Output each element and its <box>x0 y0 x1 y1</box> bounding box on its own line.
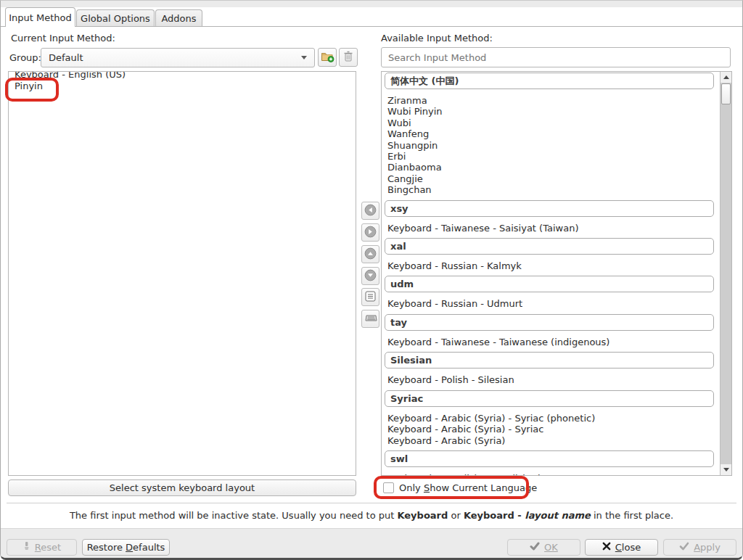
input-method-row[interactable]: Cangjie <box>385 173 715 184</box>
check-icon <box>530 542 540 553</box>
configure-input-method-button[interactable] <box>361 288 379 306</box>
input-method-row[interactable]: Keyboard - Swedish - Swedish Sign Langua… <box>385 473 715 476</box>
tab-label: Addons <box>161 13 196 24</box>
select-system-keyboard-layout-button[interactable]: Select system keyboard layout <box>8 479 356 496</box>
ok-button[interactable]: OK <box>507 539 580 556</box>
up-arrow-circle-icon <box>364 247 377 262</box>
input-method-row[interactable]: Keyboard - Russian - Udmurt <box>385 298 715 309</box>
trash-icon <box>343 51 353 65</box>
list-item[interactable]: Keyboard - English (US) <box>12 71 353 81</box>
input-method-row[interactable]: Wubi Pinyin <box>385 106 715 117</box>
input-method-row[interactable]: Dianbaoma <box>385 162 715 173</box>
input-method-row[interactable]: Keyboard - Arabic (Syria) - Syriac <box>385 424 715 435</box>
x-icon <box>602 542 611 553</box>
scrollbar-down-button[interactable] <box>721 464 731 475</box>
current-input-method-list[interactable]: Keyboard - English (US) Pinyin <box>8 71 356 476</box>
scrollbar-up-button[interactable] <box>721 72 731 83</box>
tab-addons[interactable]: Addons <box>155 9 202 27</box>
folder-plus-icon <box>321 51 334 65</box>
tab-label: Input Method <box>9 12 72 23</box>
down-arrow-circle-icon <box>364 269 377 284</box>
language-group-row[interactable]: 简体中文 (中国) <box>385 73 714 89</box>
group-combobox-value: Default <box>49 52 83 63</box>
available-input-method-list[interactable]: 简体中文 (中国) Ziranma Wubi Pinyin Wubi Wanfe… <box>381 71 732 476</box>
tab-input-method[interactable]: Input Method <box>5 7 75 27</box>
delete-group-button[interactable] <box>339 48 358 67</box>
available-input-method-label: Available Input Method: <box>381 33 493 44</box>
reset-button[interactable]: Reset <box>7 539 77 556</box>
button-label: Restore Defaults <box>87 542 165 553</box>
tab-global-options[interactable]: Global Options <box>76 9 155 27</box>
current-input-method-label: Current Input Method: <box>11 33 115 44</box>
right-arrow-circle-icon <box>364 226 377 240</box>
input-method-row[interactable]: Shuangpin <box>385 140 715 151</box>
input-method-row[interactable]: Keyboard - Polish - Silesian <box>385 374 715 385</box>
input-method-row[interactable]: Wanfeng <box>385 128 715 139</box>
group-label: Group: <box>9 52 41 63</box>
input-method-row[interactable]: Keyboard - Russian - Kalmyk <box>385 260 715 271</box>
add-input-method-button[interactable] <box>361 202 379 220</box>
button-label: Close <box>615 542 641 553</box>
search-input[interactable] <box>381 47 731 67</box>
language-group-row[interactable]: Silesian <box>385 352 714 368</box>
close-button[interactable]: Close <box>585 539 658 556</box>
input-method-row[interactable]: Keyboard - Arabic (Syria) - Syriac (phon… <box>385 413 715 424</box>
scrollbar-track[interactable] <box>720 72 731 475</box>
brush-icon <box>22 541 30 553</box>
up-arrow-icon <box>723 75 729 79</box>
keyboard-icon <box>364 313 377 326</box>
language-group-row[interactable]: udm <box>385 276 714 292</box>
window-top-strip <box>1 1 742 7</box>
button-label: OK <box>544 542 558 553</box>
chevron-down-icon <box>301 56 307 59</box>
down-arrow-icon <box>723 468 729 472</box>
input-method-row[interactable]: Keyboard - Taiwanese - Taiwanese (indige… <box>385 337 715 347</box>
input-method-row[interactable]: Ziranma <box>385 95 715 106</box>
scrollbar-thumb[interactable] <box>721 83 731 104</box>
left-arrow-circle-icon <box>364 204 377 218</box>
properties-icon <box>364 290 377 305</box>
move-up-button[interactable] <box>361 245 379 263</box>
button-label: Select system keyboard layout <box>110 482 255 493</box>
input-method-row[interactable]: Bingchan <box>385 184 715 195</box>
restore-defaults-button[interactable]: Restore Defaults <box>82 539 170 556</box>
only-show-current-language-checkbox[interactable] <box>383 482 394 493</box>
input-method-row[interactable]: Erbi <box>385 151 715 162</box>
only-show-current-language-label[interactable]: Only Show Current Language <box>399 482 537 493</box>
apply-button[interactable]: Apply <box>663 539 736 556</box>
language-group-row[interactable]: Syriac <box>385 390 714 407</box>
keyboard-layout-button[interactable] <box>361 310 379 328</box>
list-item-pinyin[interactable]: Pinyin <box>12 81 353 92</box>
check-icon <box>679 542 689 553</box>
remove-input-method-button[interactable] <box>361 223 379 242</box>
fcitx-config-dialog: Input Method Global Options Addons Curre… <box>0 0 743 560</box>
button-label: Apply <box>694 542 721 553</box>
button-label: Reset <box>35 542 61 553</box>
footer-note: The first input method will be inactive … <box>1 510 742 521</box>
input-method-row[interactable]: Wubi <box>385 118 715 128</box>
language-group-row[interactable]: xal <box>385 238 714 255</box>
language-group-row[interactable]: xsy <box>385 200 714 217</box>
language-group-row[interactable]: swl <box>385 450 714 467</box>
input-method-row[interactable]: Keyboard - Arabic (Syria) <box>385 435 715 446</box>
tab-label: Global Options <box>81 13 150 24</box>
input-method-row[interactable]: Keyboard - Taiwanese - Saisiyat (Taiwan) <box>385 223 715 234</box>
group-combobox[interactable]: Default <box>41 48 315 67</box>
language-group-row[interactable]: tay <box>385 314 714 331</box>
divider <box>7 503 736 503</box>
move-down-button[interactable] <box>361 267 379 285</box>
dialog-button-box: Reset Restore Defaults OK Close Apply <box>1 528 742 558</box>
tabbar-divider <box>1 26 742 27</box>
add-group-button[interactable] <box>318 48 337 67</box>
